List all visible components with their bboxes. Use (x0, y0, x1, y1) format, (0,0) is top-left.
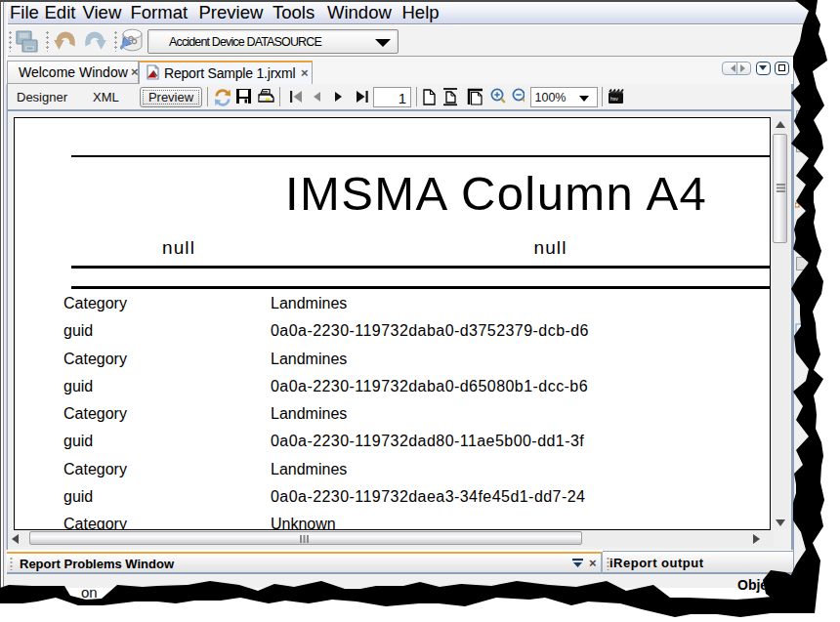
svg-text:hsv: hsv (610, 96, 618, 102)
